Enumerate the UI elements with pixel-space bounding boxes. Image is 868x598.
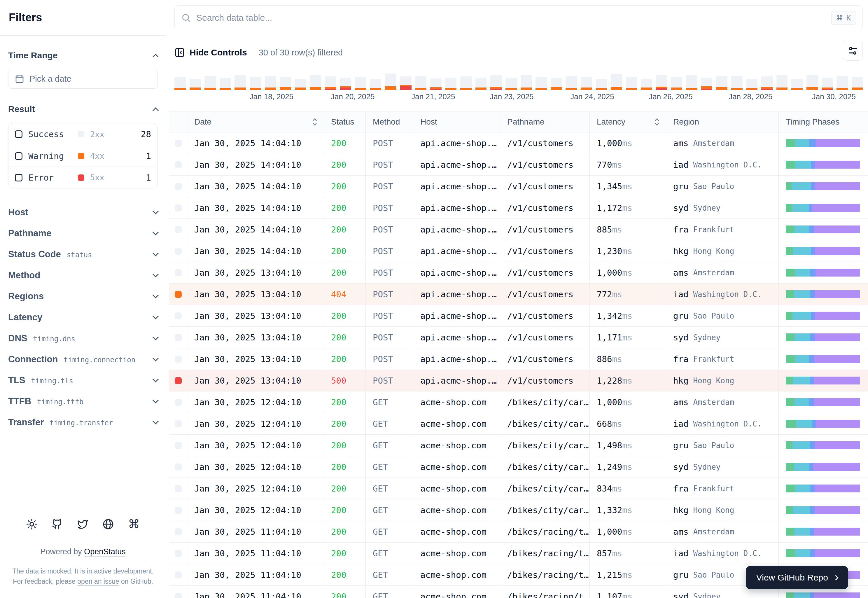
histogram-bar[interactable] — [731, 73, 743, 90]
checkbox[interactable] — [15, 152, 22, 160]
histogram-bar[interactable] — [671, 73, 683, 90]
histogram-bar[interactable] — [761, 73, 772, 90]
histogram-bar[interactable] — [686, 73, 698, 90]
table-row[interactable]: Jan 30, 2025 13:04:10500POSTapi.acme-sho… — [169, 370, 868, 392]
table-row[interactable]: Jan 30, 2025 12:04:10200GETacme-shop.com… — [169, 413, 868, 435]
histogram-bar[interactable] — [325, 73, 336, 90]
filter-item-connection[interactable]: Connectiontiming.connection — [8, 349, 158, 370]
table-row[interactable]: Jan 30, 2025 14:04:10200POSTapi.acme-sho… — [169, 197, 868, 219]
view-options-button[interactable] — [843, 41, 863, 61]
histogram-bar[interactable] — [310, 73, 321, 90]
time-range-section-toggle[interactable]: Time Range — [8, 47, 158, 64]
table-row[interactable]: Jan 30, 2025 12:04:10200GETacme-shop.com… — [169, 392, 868, 413]
filter-item-host[interactable]: Host — [8, 202, 158, 223]
checkbox[interactable] — [15, 130, 22, 138]
histogram-bar[interactable] — [205, 73, 216, 90]
result-section-toggle[interactable]: Result — [8, 101, 158, 117]
histogram-bar[interactable] — [445, 73, 457, 90]
histogram-bar[interactable] — [791, 73, 803, 90]
result-option-warning[interactable]: Warning4xx1 — [9, 145, 157, 167]
table-row[interactable]: Jan 30, 2025 14:04:10200POSTapi.acme-sho… — [169, 132, 868, 154]
filter-item-dns[interactable]: DNStiming.dns — [8, 328, 158, 349]
column-header-date[interactable]: Date — [187, 112, 324, 132]
globe-icon[interactable] — [103, 519, 114, 531]
requests-histogram[interactable] — [175, 73, 863, 90]
result-option-error[interactable]: Error5xx1 — [9, 167, 157, 188]
table-row[interactable]: Jan 30, 2025 14:04:10200POSTapi.acme-sho… — [169, 219, 868, 241]
column-header-latency[interactable]: Latency — [589, 112, 666, 132]
table-row[interactable]: Jan 30, 2025 13:04:10200POSTapi.acme-sho… — [169, 305, 868, 327]
histogram-bar[interactable] — [716, 73, 728, 90]
filter-item-ttfb[interactable]: TTFBtiming.ttfb — [8, 391, 158, 412]
histogram-bar[interactable] — [190, 73, 201, 90]
histogram-bar[interactable] — [566, 73, 577, 90]
histogram-bar[interactable] — [295, 73, 306, 90]
filter-item-regions[interactable]: Regions — [8, 286, 158, 307]
histogram-bar[interactable] — [280, 73, 291, 90]
histogram-bar[interactable] — [355, 73, 366, 90]
filter-item-tls[interactable]: TLStiming.tls — [8, 370, 158, 391]
histogram-bar[interactable] — [370, 73, 381, 90]
openstatus-link[interactable]: OpenStatus — [84, 547, 126, 556]
filter-item-latency[interactable]: Latency — [8, 307, 158, 328]
table-row[interactable]: Jan 30, 2025 12:04:10200GETacme-shop.com… — [169, 456, 868, 478]
table-row[interactable]: Jan 30, 2025 14:04:10200POSTapi.acme-sho… — [169, 241, 868, 262]
histogram-bar[interactable] — [777, 73, 788, 90]
checkbox[interactable] — [15, 174, 22, 181]
histogram-bar[interactable] — [521, 73, 532, 90]
histogram-bar[interactable] — [611, 73, 622, 90]
histogram-bar[interactable] — [822, 73, 833, 90]
hide-controls-button[interactable]: Hide Controls — [175, 47, 247, 58]
histogram-bar[interactable] — [385, 73, 396, 90]
filter-item-transfer[interactable]: Transfertiming.transfer — [8, 412, 158, 433]
result-option-success[interactable]: Success2xx28 — [9, 123, 157, 145]
table-row[interactable]: Jan 30, 2025 12:04:10200GETacme-shop.com… — [169, 499, 868, 521]
histogram-bar[interactable] — [535, 73, 547, 90]
table-row[interactable]: Jan 30, 2025 13:04:10200POSTapi.acme-sho… — [169, 327, 868, 348]
filter-item-method[interactable]: Method — [8, 265, 158, 286]
table-row[interactable]: Jan 30, 2025 13:04:10200POSTapi.acme-sho… — [169, 348, 868, 370]
table-row[interactable]: Jan 30, 2025 14:04:10200POSTapi.acme-sho… — [169, 176, 868, 197]
histogram-bar[interactable] — [626, 73, 637, 90]
histogram-bar[interactable] — [505, 73, 517, 90]
table-row[interactable]: Jan 30, 2025 14:04:10200POSTapi.acme-sho… — [169, 154, 868, 176]
histogram-bar[interactable] — [265, 73, 276, 90]
search-input[interactable] — [196, 13, 826, 23]
table-row[interactable]: Jan 30, 2025 12:04:10200GETacme-shop.com… — [169, 435, 868, 456]
github-icon[interactable] — [52, 519, 63, 531]
table-row[interactable]: Jan 30, 2025 13:04:10200POSTapi.acme-sho… — [169, 262, 868, 284]
filter-item-pathname[interactable]: Pathname — [8, 223, 158, 244]
histogram-bar[interactable] — [460, 73, 472, 90]
histogram-bar[interactable] — [746, 73, 758, 90]
sun-icon[interactable] — [26, 519, 37, 531]
histogram-bar[interactable] — [400, 73, 412, 90]
table-row[interactable]: Jan 30, 2025 11:04:10200GETacme-shop.com… — [169, 543, 868, 564]
command-icon[interactable]: ⌘ — [128, 519, 140, 531]
table-row[interactable]: Jan 30, 2025 13:04:10404POSTapi.acme-sho… — [169, 284, 868, 305]
view-github-repo-button[interactable]: View GitHub Repo — [746, 566, 848, 589]
filter-item-status-code[interactable]: Status Codestatus — [8, 244, 158, 265]
histogram-bar[interactable] — [641, 73, 652, 90]
histogram-bar[interactable] — [490, 73, 502, 90]
histogram-bar[interactable] — [837, 73, 848, 90]
date-picker-button[interactable]: Pick a date — [8, 69, 158, 89]
histogram-bar[interactable] — [852, 73, 863, 90]
histogram-bar[interactable] — [551, 73, 562, 90]
histogram-bar[interactable] — [581, 73, 592, 90]
histogram-bar[interactable] — [475, 73, 487, 90]
histogram-bar[interactable] — [596, 73, 607, 90]
histogram-bar[interactable] — [220, 73, 231, 90]
open-issue-link[interactable]: open an issue — [77, 578, 119, 585]
histogram-bar[interactable] — [249, 73, 261, 90]
histogram-bar[interactable] — [430, 73, 442, 90]
histogram-bar[interactable] — [656, 73, 667, 90]
histogram-bar[interactable] — [701, 73, 713, 90]
twitter-icon[interactable] — [77, 519, 88, 531]
histogram-bar[interactable] — [340, 73, 351, 90]
histogram-bar[interactable] — [175, 73, 186, 90]
table-row[interactable]: Jan 30, 2025 11:04:10200GETacme-shop.com… — [169, 521, 868, 543]
histogram-bar[interactable] — [235, 73, 246, 90]
table-row[interactable]: Jan 30, 2025 12:04:10200GETacme-shop.com… — [169, 478, 868, 499]
histogram-bar[interactable] — [807, 73, 818, 90]
histogram-bar[interactable] — [415, 73, 427, 90]
